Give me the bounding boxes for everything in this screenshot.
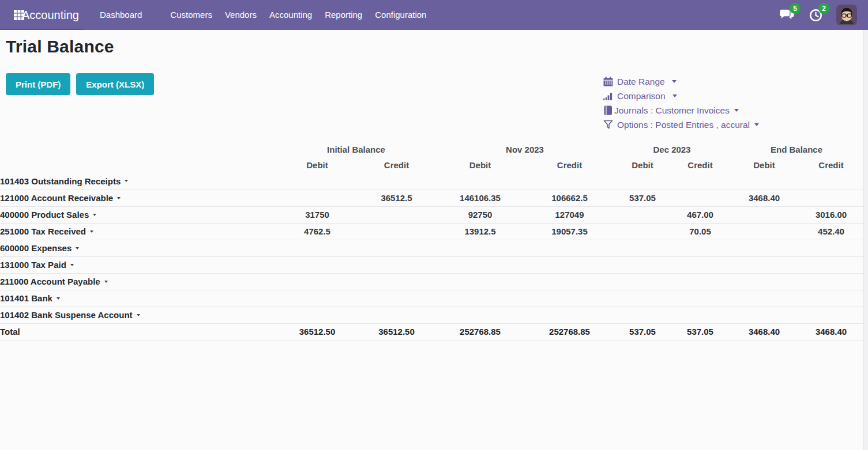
scrollbar[interactable] [863,30,868,450]
value-cell [730,290,799,307]
column-header-debit: Debit [730,157,799,173]
nav-item-vendors[interactable]: Vendors [219,0,263,30]
value-cell [614,273,671,290]
value-cell [799,273,863,290]
nav-item-reporting[interactable]: Reporting [318,0,369,30]
value-cell [435,273,525,290]
chevron-down-icon [90,230,93,233]
filter-date-range[interactable]: Date Range [603,74,759,89]
account-dropdown[interactable]: 600000 Expenses [0,243,79,253]
value-cell [277,256,358,273]
table-row: 131000 Tax Paid [0,256,863,273]
funnel-icon [603,120,613,130]
main-menu: Dashboard Customers Vendors Accounting R… [93,0,433,30]
content-area: Trial Balance Print (PDF) Export (XLSX) … [0,30,868,450]
print-pdf-button[interactable]: Print (PDF) [6,73,70,95]
value-cell [277,190,358,206]
page-title: Trial Balance [0,30,868,58]
messages-button[interactable]: 5 [779,7,795,23]
account-dropdown[interactable]: 251000 Tax Received [0,226,93,236]
table-row: 101403 Outstanding Receipts [0,173,863,190]
nav-item-dashboard[interactable]: Dashboard [93,0,148,30]
chevron-down-icon [125,180,128,182]
value-cell [730,273,799,290]
account-name: 131000 Tax Paid [0,260,66,270]
account-name: 251000 Tax Received [0,226,86,236]
value-cell [671,190,730,206]
group-header-nov-2023: Nov 2023 [435,142,614,157]
account-dropdown[interactable]: 101403 Outstanding Receipts [0,176,128,186]
group-header-initial-balance: Initial Balance [277,142,435,157]
account-name: 101402 Bank Suspense Account [0,310,133,320]
value-cell: 36512.5 [358,190,435,206]
value-cell: 452.40 [799,223,863,240]
account-name: 101403 Outstanding Receipts [0,176,121,186]
user-avatar[interactable] [836,5,857,25]
value-cell [358,223,435,240]
value-cell [525,240,614,256]
table-row: 211000 Account Payable [0,273,863,290]
account-name: 121000 Account Receivable [0,193,113,203]
value-cell [799,240,863,256]
activities-button[interactable]: 2 [807,7,824,23]
report-filters: Date Range Comparison Jo [603,74,759,132]
chevron-down-icon [672,94,677,97]
filter-options[interactable]: Options : Posted Entries , accural [603,118,759,132]
book-icon [603,105,613,115]
account-dropdown[interactable]: 101401 Bank [0,293,60,303]
column-header-credit: Credit [358,157,435,173]
value-cell [671,290,730,307]
account-column-header [0,142,277,157]
column-header-credit: Credit [799,157,863,173]
value-cell [358,173,435,190]
column-header-debit: Debit [435,157,525,173]
nav-item-accounting[interactable]: Accounting [263,0,318,30]
value-cell [671,307,730,323]
value-cell: 92750 [435,206,525,223]
table-row: 101401 Bank [0,290,863,307]
chevron-down-icon [70,264,74,266]
value-cell [799,290,863,307]
top-navbar: Accounting Dashboard Customers Vendors A… [0,0,868,30]
value-cell [730,173,799,190]
total-label: Total [0,323,277,340]
value-cell [435,240,525,256]
total-value-cell: 537.05 [671,323,730,340]
value-cell: 31750 [277,206,358,223]
account-dropdown[interactable]: 101402 Bank Suspense Account [0,310,140,320]
nav-item-customers[interactable]: Customers [164,0,219,30]
group-header-end-balance: End Balance [730,142,863,157]
table-row: 251000 Tax Received 4762.5 13912.5 19057… [0,223,863,240]
app-brand[interactable]: Accounting [0,9,79,22]
filter-comparison-label: Comparison [617,91,666,101]
value-cell [358,256,435,273]
account-dropdown[interactable]: 131000 Tax Paid [0,260,74,270]
filter-comparison[interactable]: Comparison [603,89,759,103]
value-cell [614,307,671,323]
value-cell [277,240,358,256]
value-cell [277,273,358,290]
value-cell: 70.05 [671,223,730,240]
value-cell [358,273,435,290]
column-header-credit: Credit [671,157,730,173]
value-cell [525,290,614,307]
value-cell [277,307,358,323]
messages-badge: 5 [790,3,801,14]
value-cell [730,206,799,223]
value-cell [799,256,863,273]
total-value-cell: 36512.50 [358,323,435,340]
value-cell [277,173,358,190]
value-cell: 106662.5 [525,190,614,206]
value-cell [799,307,863,323]
export-xlsx-button[interactable]: Export (XLSX) [76,73,154,95]
nav-item-configuration[interactable]: Configuration [369,0,433,30]
value-cell [614,223,671,240]
value-cell [614,206,671,223]
filter-journals[interactable]: Journals : Customer Invoices [603,103,759,118]
debit-credit-header-row: Debit Credit Debit Credit Debit Credit D… [0,157,863,173]
account-dropdown[interactable]: 400000 Product Sales [0,210,96,220]
account-dropdown[interactable]: 211000 Account Payable [0,277,108,286]
value-cell [358,290,435,307]
filter-journals-label: Journals : Customer Invoices [614,105,730,116]
account-dropdown[interactable]: 121000 Account Receivable [0,193,121,203]
